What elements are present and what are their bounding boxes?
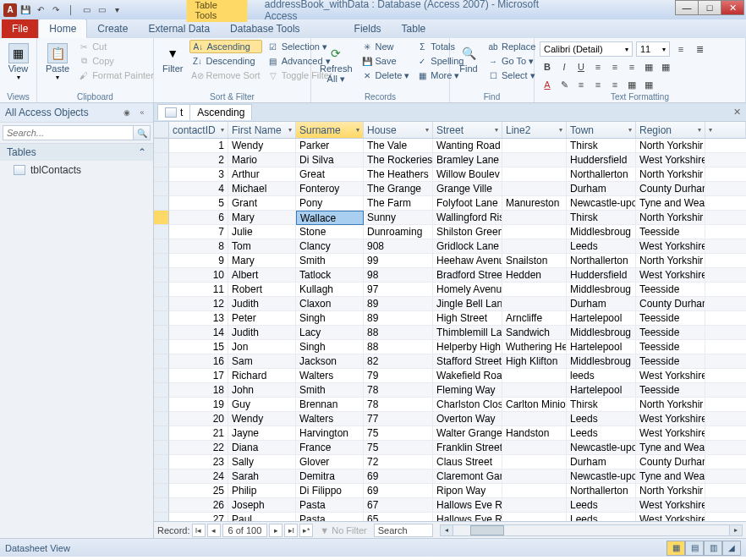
- column-header-surname[interactable]: Surname▾: [296, 122, 364, 138]
- row-selector[interactable]: [154, 182, 169, 196]
- cell-line2[interactable]: Carlton Miniot: [502, 398, 567, 412]
- cell-town[interactable]: Middlesbroug: [567, 354, 636, 369]
- cell-surname[interactable]: Stone: [296, 225, 364, 239]
- nav-header[interactable]: All Access Objects ◉«: [0, 103, 153, 123]
- cell-firstname[interactable]: Tom: [228, 239, 296, 254]
- cell-house[interactable]: 78: [364, 383, 433, 398]
- cell-region[interactable]: West Yorkshire: [636, 498, 705, 513]
- cell-line2[interactable]: High Klifton: [502, 354, 567, 369]
- cell-region[interactable]: Tyne and Wear: [636, 441, 705, 455]
- alt-row-icon[interactable]: ▦: [658, 59, 673, 74]
- last-record-button[interactable]: ▸I: [284, 524, 298, 537]
- row-selector[interactable]: [154, 412, 169, 426]
- cell-street[interactable]: Wallingford Ris: [433, 211, 502, 225]
- cell-region[interactable]: North Yorkshir: [636, 398, 705, 412]
- row-selector[interactable]: [154, 326, 169, 340]
- cell-contactid[interactable]: 16: [169, 354, 228, 369]
- cell-line2[interactable]: [502, 139, 567, 153]
- cell-house[interactable]: 99: [364, 254, 433, 268]
- cell-street[interactable]: Bradford Street: [433, 268, 502, 283]
- cell-street[interactable]: Overton Way: [433, 412, 502, 426]
- cell-firstname[interactable]: Wendy: [228, 412, 296, 426]
- cell-region[interactable]: Teesside: [636, 311, 705, 326]
- gridlines-icon[interactable]: ▦: [641, 77, 656, 92]
- format-painter-button[interactable]: 🖌Format Painter: [76, 69, 156, 82]
- cell-house[interactable]: 98: [364, 268, 433, 283]
- row-selector[interactable]: [154, 513, 169, 521]
- cell-region[interactable]: County Durhan: [636, 455, 705, 469]
- goto-button[interactable]: →Go To ▾: [485, 54, 537, 68]
- cell-line2[interactable]: [502, 484, 567, 498]
- table-row[interactable]: 11RobertKullagh97Homely AvenuMiddlesbrou…: [154, 283, 746, 297]
- home-tab[interactable]: Home: [38, 19, 87, 38]
- align-icon[interactable]: ≡: [573, 77, 589, 92]
- cell-line2[interactable]: [502, 297, 567, 311]
- highlight-icon[interactable]: ✎: [557, 77, 572, 92]
- cell-house[interactable]: 78: [364, 398, 433, 412]
- align-center-icon[interactable]: ≡: [607, 59, 623, 74]
- cell-street[interactable]: Grange Ville: [433, 182, 502, 196]
- cell-surname[interactable]: Di Silva: [296, 153, 364, 167]
- cell-street[interactable]: Jingle Bell Lane: [433, 297, 502, 311]
- database-tools-tab[interactable]: Database Tools: [220, 19, 310, 38]
- cell-house[interactable]: The Heathers: [364, 167, 433, 182]
- cell-street[interactable]: Claus Street: [433, 455, 502, 469]
- cell-street[interactable]: Franklin Street: [433, 441, 502, 455]
- cell-surname[interactable]: Glover: [296, 455, 364, 469]
- cell-town[interactable]: Leeds: [567, 513, 636, 521]
- new-button[interactable]: ✳New: [359, 40, 412, 53]
- cell-house[interactable]: The Grange: [364, 182, 433, 196]
- datasheet-view-button[interactable]: ▦: [666, 541, 685, 556]
- cell-firstname[interactable]: Mary: [228, 254, 296, 268]
- cell-region[interactable]: West Yorkshire: [636, 153, 705, 167]
- cell-contactid[interactable]: 5: [169, 196, 228, 211]
- cell-surname[interactable]: Walters: [296, 412, 364, 426]
- gridlines-icon[interactable]: ▦: [624, 77, 639, 92]
- table-row[interactable]: 7JulieStoneDunroamingShilston GreenMiddl…: [154, 225, 746, 239]
- undo-icon[interactable]: ↶: [34, 3, 47, 17]
- cell-surname[interactable]: Demitra: [296, 469, 364, 484]
- replace-button[interactable]: abReplace: [485, 40, 537, 53]
- cell-town[interactable]: Thirsk: [567, 139, 636, 153]
- file-tab[interactable]: File: [2, 19, 38, 38]
- descending-button[interactable]: Z↓Descending: [189, 54, 261, 68]
- horizontal-scrollbar[interactable]: ◂ ▸: [440, 524, 743, 536]
- cell-contactid[interactable]: 17: [169, 369, 228, 383]
- save-button[interactable]: 💾Save: [359, 54, 412, 68]
- row-selector[interactable]: [154, 167, 169, 182]
- cell-line2[interactable]: Handston: [502, 426, 567, 441]
- dropdown-icon[interactable]: ▾: [495, 126, 498, 134]
- bold-icon[interactable]: B: [540, 59, 555, 74]
- cell-contactid[interactable]: 4: [169, 182, 228, 196]
- cell-street[interactable]: Hallows Eve Ro: [433, 498, 502, 513]
- cell-street[interactable]: Charlston Close: [433, 398, 502, 412]
- cell-house[interactable]: 97: [364, 283, 433, 297]
- row-selector[interactable]: [154, 153, 169, 167]
- table-row[interactable]: 9MarySmith99Heehaw AvenuSnailstonNorthal…: [154, 254, 746, 268]
- paste-button[interactable]: 📋 Paste ▾: [42, 40, 73, 91]
- cell-line2[interactable]: [502, 225, 567, 239]
- table-row[interactable]: 8TomClancy908Gridlock LaneLeedsWest York…: [154, 239, 746, 254]
- row-selector[interactable]: [154, 225, 169, 239]
- cell-line2[interactable]: [502, 469, 567, 484]
- find-button[interactable]: 🔍 Find: [455, 40, 482, 91]
- cell-house[interactable]: 908: [364, 239, 433, 254]
- cell-street[interactable]: Fleming Way: [433, 383, 502, 398]
- redo-icon[interactable]: ↷: [49, 3, 63, 17]
- cell-contactid[interactable]: 21: [169, 426, 228, 441]
- cell-town[interactable]: Northallerton: [567, 254, 636, 268]
- row-selector[interactable]: [154, 254, 169, 268]
- cell-street[interactable]: Wakefield Roa: [433, 369, 502, 383]
- cell-line2[interactable]: [502, 412, 567, 426]
- cell-surname[interactable]: Di Filippo: [296, 484, 364, 498]
- cell-contactid[interactable]: 3: [169, 167, 228, 182]
- nav-dropdown-icon[interactable]: ◉: [121, 108, 133, 117]
- cell-town[interactable]: Hartelepool: [567, 340, 636, 354]
- cell-region[interactable]: West Yorkshire: [636, 412, 705, 426]
- table-row[interactable]: 15JonSingh88Helperby HighWuthering HeiHa…: [154, 340, 746, 354]
- align-icon[interactable]: ≡: [607, 77, 623, 92]
- cell-house[interactable]: 69: [364, 469, 433, 484]
- fill-color-icon[interactable]: ▦: [641, 59, 656, 74]
- table-row[interactable]: 17RichardWalters79Wakefield RoaleedsWest…: [154, 369, 746, 383]
- cell-contactid[interactable]: 9: [169, 254, 228, 268]
